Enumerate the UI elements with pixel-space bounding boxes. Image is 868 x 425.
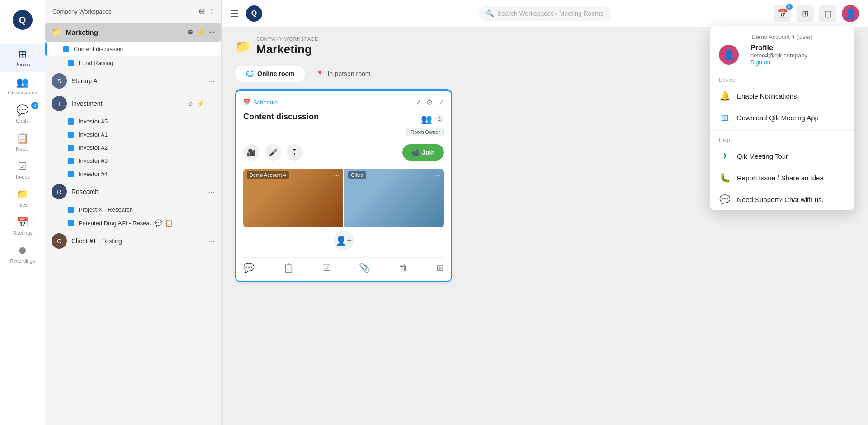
room-investor-2[interactable]: Investor #2 (45, 141, 221, 154)
tab-in-person-room[interactable]: 📍 In-person room (305, 66, 381, 82)
top-bar: ☰ Q 🔍 Search Workspaces / Meeting Rooms … (222, 0, 868, 27)
chats-badge: 2 (31, 102, 38, 109)
room-color-dot (68, 145, 74, 151)
marketing-actions: ⊕ ⚡ ··· (187, 28, 215, 36)
add-room-icon[interactable]: ⊕ (187, 28, 193, 36)
expand-icon[interactable]: ⤢ (438, 98, 444, 107)
client-1-avatar: C (52, 233, 67, 249)
nav-notes[interactable]: 📋 Notes (0, 128, 45, 156)
meetings-icon: 📅 (16, 217, 28, 228)
startup-a-more[interactable]: ··· (208, 76, 215, 86)
download-app-label: Download Qik Meeting App (737, 114, 819, 122)
client-1-more[interactable]: ··· (208, 236, 215, 246)
dropdown-download-app[interactable]: ⊞ Download Qik Meeting App (710, 107, 854, 128)
nav-todos[interactable]: ☑ To-dos (0, 156, 45, 184)
add-investment-icon[interactable]: ⊕ (188, 100, 193, 107)
top-bar-actions: 📅 0 ⊞ ◫ 👤 (774, 5, 859, 22)
room-name: Investor #3 (79, 157, 108, 164)
search-placeholder: Search Workspaces / Meeting Rooms (497, 10, 604, 17)
room-investor-5[interactable]: Investor #5 (45, 115, 221, 128)
room-investor-1[interactable]: Investor #1 (45, 128, 221, 141)
one-on-ones-label: One-on-ones (8, 90, 37, 95)
research-group-header[interactable]: R Research ··· (45, 180, 221, 203)
room-folder-icon: 📁 (235, 39, 251, 54)
user-avatar-icon: 👤 (845, 8, 856, 19)
investment-more[interactable]: ··· (208, 99, 215, 109)
sort-icon[interactable]: ↕ (210, 6, 214, 16)
tab-online-room[interactable]: 🌐 Online room (235, 66, 305, 82)
camera-btn[interactable]: 🎥 (243, 144, 259, 161)
workspace-header-title: Company Workspaces (52, 8, 112, 15)
settings-icon[interactable]: ⚙ (426, 98, 433, 107)
join-button[interactable]: 📹 Join (402, 144, 444, 161)
trash-toolbar-icon[interactable]: 🗑 (399, 263, 408, 273)
add-participant-row: 👤+ (243, 227, 444, 254)
dropdown-user-avatar: 👤 (719, 45, 739, 65)
chat-toolbar-icon[interactable]: 💬 (243, 262, 255, 273)
pin-icon: 📍 (316, 70, 324, 77)
in-person-room-label: In-person room (327, 70, 370, 77)
room-investor-3[interactable]: Investor #3 (45, 154, 221, 167)
tile-dots-olivia[interactable]: ··· (435, 171, 440, 179)
participant-count: 2 (435, 114, 444, 123)
todo-toolbar-icon[interactable]: ☑ (323, 262, 331, 273)
room-name: Investor #4 (79, 170, 108, 177)
room-fund-raising[interactable]: Fund Raising (45, 57, 221, 70)
participants-icon: 👥 (421, 113, 432, 124)
one-on-ones-icon: 👥 (16, 76, 28, 88)
workspace-startup-a[interactable]: S Startup A ··· (45, 70, 221, 92)
marketing-group-header[interactable]: 📁 Marketing ⊕ ⚡ ··· (45, 23, 221, 42)
nav-chats[interactable]: 💬 Chats 2 (0, 100, 45, 128)
mic-btn[interactable]: 🎤 (265, 144, 281, 161)
search-bar[interactable]: 🔍 Search Workspaces / Meeting Rooms (479, 6, 611, 21)
dropdown-profile-label[interactable]: Profile (750, 44, 845, 52)
grid-toolbar-icon[interactable]: ⊞ (436, 262, 444, 273)
room-name: Patented Drug API - Resea... (79, 220, 155, 227)
nav-meetings[interactable]: 📅 Meetings (0, 212, 45, 240)
user-avatar-btn[interactable]: 👤 (842, 5, 859, 22)
notes-toolbar-icon[interactable]: 📋 (283, 262, 294, 273)
add-workspace-icon[interactable]: ⊕ (198, 6, 205, 16)
nav-files[interactable]: 📁 Files (0, 184, 45, 212)
panel-toggle-btn[interactable]: ◫ (819, 5, 836, 22)
dropdown-divider-1 (710, 130, 854, 131)
room-action-icons: 💬 📋 (155, 219, 173, 227)
more-options-icon[interactable]: ··· (209, 28, 215, 36)
nav-one-on-ones[interactable]: 👥 One-on-ones (0, 72, 45, 100)
nav-rooms[interactable]: ⊞ Rooms (0, 44, 45, 72)
media-controls: 🎥 🎤 🎙 📹 Join (243, 141, 444, 164)
room-content-discussion[interactable]: Content discussion (45, 42, 221, 56)
workspace-client-1[interactable]: C Client #1 - Testing ··· (45, 230, 221, 252)
add-participant-button[interactable]: 👤+ (334, 231, 353, 250)
nav-recordings[interactable]: ⏺ Recordings (0, 240, 45, 268)
dropdown-tour[interactable]: ✈ Qik Meeting Tour (710, 145, 854, 167)
investment-group-header[interactable]: I Investment ⊕ ⚡ ··· (45, 92, 221, 115)
recordings-icon: ⏺ (18, 245, 28, 256)
grid-view-btn[interactable]: ⊞ (797, 5, 814, 22)
room-color-dot (68, 207, 74, 213)
dropdown-support[interactable]: 💬 Need Support? Chat with us. (710, 189, 854, 210)
files-icon: 📁 (16, 189, 28, 200)
files-icon[interactable]: 📋 (165, 219, 173, 227)
join-label: Join (422, 149, 435, 156)
files-toolbar-icon[interactable]: 📎 (359, 262, 370, 273)
support-label: Need Support? Chat with us. (737, 196, 824, 203)
dropdown-enable-notifications[interactable]: 🔔 Enable Notifications (710, 85, 854, 107)
schedule-label: Schedule (253, 99, 278, 106)
room-investor-4[interactable]: Investor #4 (45, 167, 221, 180)
account-label: Demo Account 4 (User) (719, 33, 845, 40)
room-patented-drug[interactable]: Patented Drug API - Resea... 💬 📋 (45, 216, 221, 230)
tile-dots-demo[interactable]: ··· (334, 171, 339, 179)
dropdown-signout-btn[interactable]: Sign out (750, 59, 845, 66)
schedule-badge[interactable]: 📅 Schedule (243, 99, 278, 106)
chat-icon[interactable]: 💬 (155, 219, 162, 227)
video-card-header: 📅 Schedule ↗ ⚙ ⤢ (243, 98, 444, 107)
dropdown-report-issue[interactable]: 🐛 Report Issue / Share an Idea (710, 167, 854, 189)
research-more[interactable]: ··· (208, 187, 215, 197)
mic-alt-btn[interactable]: 🎙 (287, 144, 303, 161)
client-1-name: Client #1 - Testing (71, 237, 208, 245)
video-card: 📅 Schedule ↗ ⚙ ⤢ Content discussion 👥 2 (235, 89, 452, 282)
room-project-x[interactable]: Project X - Research (45, 203, 221, 216)
hamburger-icon[interactable]: ☰ (231, 8, 239, 19)
share-icon[interactable]: ↗ (415, 98, 421, 107)
